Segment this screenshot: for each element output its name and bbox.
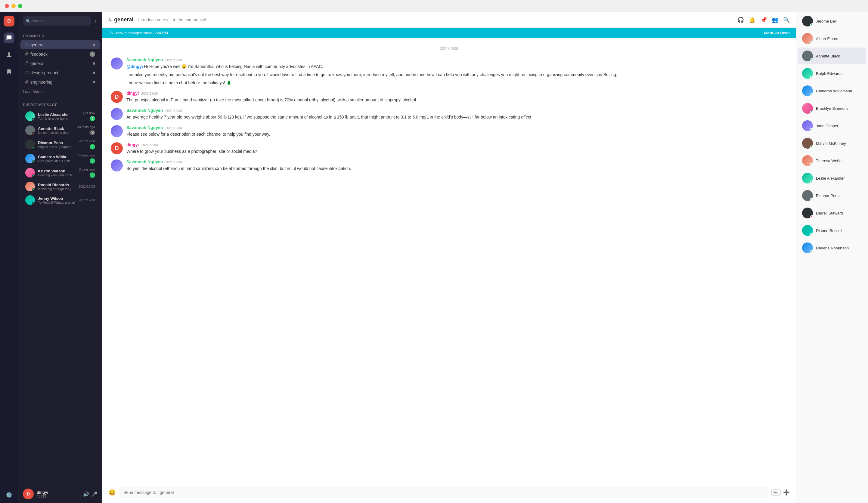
dm-item-dleanor[interactable]: Dleanor Pena Why is this bug happen... 2… [20, 137, 100, 151]
message-input[interactable] [119, 487, 768, 498]
message-author[interactable]: Savannah Nguyen [126, 108, 163, 113]
minimize-button[interactable] [11, 4, 16, 8]
icon-bar: D ⚙️ [0, 12, 18, 503]
channel-item-engineering[interactable]: # engineering [20, 77, 100, 87]
speaker-icon[interactable]: 🔊 [83, 491, 89, 497]
member-status-dot [810, 41, 813, 44]
dm-time: 38 mins ago [77, 125, 95, 129]
member-name: Albert Flores [816, 36, 838, 41]
bell-icon[interactable]: 🔔 [749, 17, 755, 23]
load-more-button[interactable]: Load More... [18, 87, 102, 96]
maximize-button[interactable] [18, 4, 22, 8]
more-icon[interactable]: ··· [780, 127, 783, 132]
member-item-theresa[interactable]: Theresa Webb [798, 152, 866, 169]
person-nav-icon[interactable] [3, 49, 14, 60]
workspace-avatar[interactable]: D [3, 15, 14, 27]
dm-item-kristin[interactable]: Kristin Watson How big was your contr...… [20, 166, 100, 180]
search-icon[interactable]: 🔍 [783, 17, 790, 23]
message-avatar: D [111, 142, 123, 154]
member-item-eleanor[interactable]: Eleanor Pena [798, 187, 866, 204]
member-item-jane[interactable]: Jane Cooper [798, 117, 866, 134]
member-name: Darrell Steward [816, 211, 843, 216]
message-author[interactable]: Savannah Nguyen [126, 125, 163, 130]
channel-item-general[interactable]: # general [20, 40, 100, 49]
more-icon[interactable]: ··· [780, 92, 783, 97]
dm-avatar-kristin [25, 168, 35, 178]
add-channel-button[interactable]: + [94, 33, 97, 39]
member-name: Cameron Williamson [816, 89, 852, 93]
heart-icon[interactable]: ♥ [776, 92, 778, 97]
member-item-jerome[interactable]: Jerome Bell [798, 13, 866, 30]
member-item-dianne[interactable]: Dianne Russell [798, 222, 866, 239]
member-item-albert[interactable]: Albert Flores [798, 30, 866, 47]
dm-meta: 2021/12/08 9 [79, 139, 95, 149]
search-input[interactable] [23, 16, 91, 25]
dm-info: Leslie Alexander Tom is in a big hurry. [38, 112, 80, 120]
message-author[interactable]: dingyi [126, 91, 139, 96]
dm-info: Annette Black It's not that big a deal. [38, 126, 74, 135]
sidebar-header: 🔍 + [18, 12, 102, 30]
attach-button[interactable]: ➕ [783, 489, 790, 496]
member-item-cameron[interactable]: Cameron Williamson [798, 82, 866, 99]
member-item-ralph[interactable]: Ralph Edwards [798, 65, 866, 82]
dm-item-leslie[interactable]: Leslie Alexander Tom is in a big hurry. … [20, 109, 100, 123]
members-icon[interactable]: 👥 [772, 17, 778, 23]
emoji-reaction-icon[interactable]: 😊 [763, 127, 768, 132]
bookmark-nav-icon[interactable] [3, 66, 14, 77]
channels-label: CHANNELS [23, 34, 44, 38]
dm-badge: 9 [90, 116, 95, 121]
headphone-icon[interactable]: 🎧 [737, 17, 744, 23]
dm-meta: 2021/12/08 [79, 185, 95, 188]
member-item-leslie[interactable]: Leslie Alexander [798, 170, 866, 187]
status-dot [32, 160, 35, 163]
dm-name: Leslie Alexander [38, 112, 80, 117]
status-dot [32, 188, 35, 191]
dm-badge: 2 [90, 158, 95, 164]
member-avatar [802, 208, 813, 218]
channel-item-general2[interactable]: # general [20, 59, 100, 68]
member-status-dot [810, 59, 813, 61]
member-item-brooklyn[interactable]: Brooklyn Simmons [798, 100, 866, 117]
member-item-darlene[interactable]: Darlene Robertson [798, 240, 866, 256]
mark-as-read-button[interactable]: Mark As Read [764, 31, 790, 35]
member-item-darrell[interactable]: Darrell Steward [798, 205, 866, 221]
dm-item-jenny[interactable]: Jenny Wilson Yo Reddit! What's a small 2… [20, 193, 100, 207]
message-author[interactable]: dingyi [126, 142, 139, 147]
dm-item-ronald[interactable]: Ronald Richards Is this big enough for y… [20, 180, 100, 193]
new-messages-bar: 25+ new messages since 3:24 PM Mark As R… [102, 28, 796, 38]
markdown-button[interactable]: M↓ [772, 490, 781, 496]
channel-item-design-product[interactable]: # design-product [20, 68, 100, 77]
member-avatar [802, 103, 813, 114]
dm-time: just now [83, 111, 95, 115]
chat-nav-icon[interactable] [3, 32, 14, 43]
channel-item-feedback[interactable]: # feedback 9 [20, 50, 100, 59]
chat-input-actions: M↓ ➕ [772, 489, 790, 496]
add-dm-button[interactable]: + [94, 102, 97, 108]
status-dot [32, 175, 35, 178]
mention: @dingyi [126, 64, 143, 69]
member-item-annette[interactable]: Annette Black [798, 48, 866, 64]
dm-avatar-ronald [25, 182, 35, 191]
dm-preview: Yo Reddit! What's a small [38, 201, 75, 204]
dm-item-cameron[interactable]: Cameron Willia... He's down on his luck.… [20, 151, 100, 166]
member-item-marvin[interactable]: Marvin McKinney [798, 135, 866, 151]
dm-time: 3 days ago [79, 168, 95, 171]
member-avatar [802, 138, 813, 149]
settings-button[interactable]: ⚙️ [4, 490, 13, 500]
emoji-reaction-icon[interactable]: 😊 [762, 92, 767, 97]
emoji-picker-button[interactable]: 😀 [108, 489, 116, 496]
unread-dot [93, 44, 95, 46]
message-avatar [111, 57, 123, 70]
message-author[interactable]: Savannah Nguyen [126, 57, 163, 62]
heart-icon[interactable]: ♥ [776, 127, 778, 132]
pin-icon[interactable]: 📌 [760, 17, 767, 23]
add-channel-plus-button[interactable]: + [94, 18, 97, 24]
message-author[interactable]: Savannah Nguyen [126, 159, 163, 164]
edit-icon[interactable]: ✏️ [769, 92, 774, 97]
message-avatar: D [111, 91, 123, 103]
dm-item-annette[interactable]: Annette Black It's not that big a deal. … [20, 123, 100, 137]
reply-icon[interactable]: ↩ [770, 127, 774, 132]
close-button[interactable] [5, 4, 9, 8]
mic-icon[interactable]: 🎤 [92, 491, 97, 497]
member-name: Ralph Edwards [816, 71, 843, 76]
